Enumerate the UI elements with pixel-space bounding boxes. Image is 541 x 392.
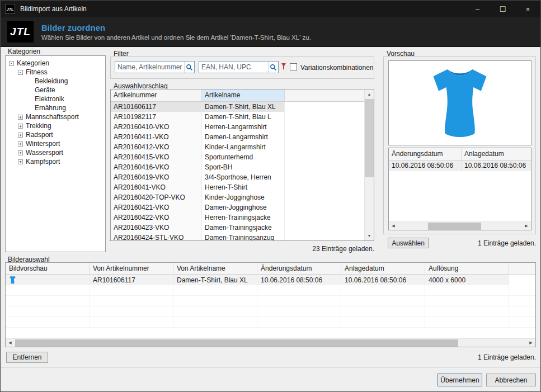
tree-item-label[interactable]: Mannschaftssport — [26, 113, 79, 121]
scroll-down-icon[interactable]: ▼ — [365, 231, 374, 240]
tree-item[interactable]: Ernährung — [7, 103, 104, 112]
bildvorschau-cell[interactable] — [6, 275, 90, 285]
preview-row[interactable]: 10.06.2016 08:50:0610.06.2016 08:50:06 — [389, 160, 531, 171]
artikelname-cell[interactable]: Damen-Langarmshirt — [202, 132, 285, 142]
anlagedatum-column-header[interactable]: Anlagedatum — [341, 263, 425, 274]
scrollbar-thumb[interactable] — [365, 99, 374, 177]
aenderungsdatum-column-header[interactable]: Änderungsdatum — [257, 263, 341, 274]
scroll-right-icon[interactable]: ▶ — [522, 222, 531, 230]
artikelnummer-cell[interactable]: AR20160424-STL-VKO — [111, 233, 202, 240]
von-artikelnummer-cell[interactable]: AR101606117 — [90, 275, 173, 285]
anlagedatum-column-header[interactable]: Anlagedatum — [462, 148, 531, 160]
collapse-icon[interactable]: - — [9, 61, 14, 66]
suggestion-row[interactable]: AR20160421-VKODamen-Jogginghose — [111, 202, 364, 212]
artikelname-cell[interactable]: Damen-T-Shirt, Blau XL — [202, 102, 285, 112]
artikelnummer-cell[interactable]: AR20160420-TOP-VKO — [111, 192, 202, 202]
aufloesung-column-header[interactable]: Auflösung — [425, 263, 509, 274]
artikelname-cell[interactable]: Damen-Trainingsjacke — [202, 223, 285, 233]
artikelnummer-cell[interactable]: AR20160412-VKO — [111, 142, 202, 152]
apply-button[interactable]: Übernehmen — [437, 374, 482, 386]
suggestion-row[interactable]: AR2016041-VKOHerren-T-Shirt — [111, 182, 364, 192]
artikelname-cell[interactable]: Sport-BH — [202, 162, 285, 172]
expand-icon[interactable]: + — [18, 141, 23, 147]
vertical-scrollbar[interactable]: ▲ ▼ — [364, 89, 374, 240]
artikelname-cell[interactable]: Damen-Jogginghose — [202, 202, 285, 212]
tree-item-label[interactable]: Ernährung — [35, 104, 66, 112]
tree-item[interactable]: +Mannschaftssport — [7, 112, 104, 121]
tree-item[interactable]: Bekleidung — [7, 77, 104, 86]
artikelname-cell[interactable]: Damen-T-Shirt, Blau L — [202, 112, 285, 122]
collapse-icon[interactable]: - — [18, 70, 23, 75]
artikelname-cell[interactable]: Herren-Trainingsjacke — [202, 212, 285, 223]
tree-item[interactable]: +Wassersport — [7, 148, 104, 157]
tree-item-label[interactable]: Wassersport — [26, 149, 63, 157]
artikelname-cell[interactable]: Sportunterhemd — [202, 152, 285, 162]
tree-item[interactable]: +Wintersport — [7, 139, 104, 148]
maximize-icon[interactable]: ☐ — [490, 1, 515, 17]
artikelnummer-cell[interactable]: AR20160419-VKO — [111, 172, 202, 182]
close-icon[interactable]: × — [515, 1, 540, 17]
ean-filter-input[interactable] — [199, 63, 268, 71]
suggestion-row[interactable]: AR20160424-STL-VKODamen-Trainingsanzug — [111, 233, 364, 240]
artikelnummer-column-header[interactable]: Artikelnummer — [111, 89, 202, 101]
artikelname-cell[interactable]: Kinder-Jogginghose — [202, 192, 285, 202]
suggestion-row[interactable]: AR20160422-VKOHerren-Trainingsjacke — [111, 212, 364, 223]
scroll-left-icon[interactable]: ◀ — [6, 339, 15, 347]
search-icon[interactable] — [184, 62, 194, 73]
artikelname-cell[interactable]: Herren-T-Shirt — [202, 182, 285, 192]
tree-item-label[interactable]: Geräte — [35, 86, 55, 94]
aenderungsdatum-cell[interactable]: 10.06.2016 08:50:06 — [389, 160, 462, 171]
expand-icon[interactable]: + — [18, 159, 23, 164]
expand-icon[interactable]: + — [18, 150, 23, 155]
suggestion-row[interactable]: AR20160423-VKODamen-Trainingsjacke — [111, 223, 364, 233]
expand-icon[interactable]: + — [18, 115, 23, 120]
suggestion-row[interactable]: AR20160420-TOP-VKOKinder-Jogginghose — [111, 192, 364, 202]
name-filter-input[interactable] — [115, 63, 184, 71]
artikelname-cell[interactable]: Kinder-Langarmshirt — [202, 142, 285, 152]
preview-horizontal-scrollbar[interactable]: ◀ ▶ — [389, 221, 531, 230]
tree-item[interactable]: +Radsport — [7, 130, 104, 139]
expand-icon[interactable]: + — [18, 133, 23, 138]
tree-item[interactable]: +Trekking — [7, 121, 104, 130]
aenderungsdatum-column-header[interactable]: Änderungsdatum — [389, 148, 462, 160]
suggestion-row[interactable]: AR20160412-VKOKinder-Langarmshirt — [111, 142, 364, 152]
artikelname-cell[interactable]: Damen-Trainingsanzug — [202, 233, 285, 240]
tree-item-label[interactable]: Elektronik — [35, 95, 64, 103]
variations-checkbox-label[interactable]: Variationskombinationen — [300, 64, 374, 72]
select-button[interactable]: Auswählen — [388, 238, 429, 248]
artikelnummer-cell[interactable]: AR20160421-VKO — [111, 202, 202, 212]
suggestion-row[interactable]: AR20160415-VKOSportunterhemd — [111, 152, 364, 162]
clear-filter-icon[interactable] — [281, 63, 286, 71]
tree-item-label[interactable]: Kategorien — [17, 59, 49, 67]
artikelname-column-header[interactable]: Artikelname — [202, 89, 285, 101]
tree-item[interactable]: +Kampfsport — [7, 157, 104, 166]
artikelnummer-cell[interactable]: AR101982117 — [111, 112, 202, 122]
tree-item[interactable]: Geräte — [7, 86, 104, 95]
aenderungsdatum-cell[interactable]: 10.06.2016 08:50:06 — [257, 275, 341, 285]
variations-checkbox[interactable] — [290, 63, 297, 70]
suggestion-row[interactable]: AR20160416-VKOSport-BH — [111, 162, 364, 172]
artikelname-cell[interactable]: 3/4-Sporthose, Herren — [202, 172, 285, 182]
suggestion-row[interactable]: AR101982117Damen-T-Shirt, Blau L — [111, 112, 364, 122]
suggestion-row[interactable]: AR20160419-VKO3/4-Sporthose, Herren — [111, 172, 364, 182]
search-icon[interactable] — [268, 62, 278, 73]
selection-row[interactable]: AR101606117Damen-T-Shirt, Blau XL10.06.2… — [6, 275, 535, 285]
tree-item[interactable]: -Kategorien — [7, 59, 104, 68]
scroll-left-icon[interactable]: ◀ — [389, 222, 398, 230]
von-artikelname-column-header[interactable]: Von Artikelname — [173, 263, 257, 274]
tree-item-label[interactable]: Kampfsport — [26, 158, 60, 166]
tree-item-label[interactable]: Wintersport — [26, 140, 60, 148]
artikelnummer-cell[interactable]: AR2016041-VKO — [111, 182, 202, 192]
anlagedatum-cell[interactable]: 10.06.2016 08:50:06 — [462, 160, 531, 171]
artikelnummer-cell[interactable]: AR20160411-VKO — [111, 132, 202, 142]
von-artikelname-cell[interactable]: Damen-T-Shirt, Blau XL — [173, 275, 257, 285]
bildvorschau-column-header[interactable]: Bildvorschau — [6, 263, 90, 274]
minimize-icon[interactable]: – — [465, 1, 490, 17]
artikelnummer-cell[interactable]: AR20160416-VKO — [111, 162, 202, 172]
suggestion-row[interactable]: AR20160411-VKODamen-Langarmshirt — [111, 132, 364, 142]
scrollbar-thumb[interactable] — [15, 339, 458, 347]
artikelnummer-cell[interactable]: AR20160410-VKO — [111, 122, 202, 132]
titlebar[interactable]: JTL Bildimport aus Artikeln – ☐ × — [1, 1, 540, 17]
tree-item[interactable]: Elektronik — [7, 95, 104, 103]
von-artikelnummer-column-header[interactable]: Von Artikelnummer — [90, 263, 173, 274]
